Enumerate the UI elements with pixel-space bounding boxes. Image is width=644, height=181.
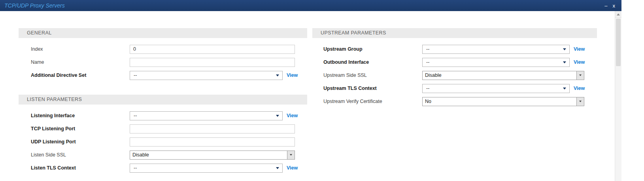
additional-directive-set-view-link[interactable]: View: [287, 72, 298, 78]
dropdown-value: --: [423, 59, 429, 65]
chevron-down-icon: [276, 115, 279, 117]
upstream-group-row: Upstream Group -- View: [312, 44, 597, 54]
index-row: Index: [19, 44, 307, 54]
chevron-down-icon: [576, 97, 584, 106]
chevron-down-icon: [576, 71, 584, 80]
outbound-interface-dropdown[interactable]: --: [422, 58, 570, 67]
additional-directive-set-row: Additional Directive Set -- View: [19, 70, 307, 80]
udp-listening-port-input[interactable]: [130, 137, 295, 147]
chevron-down-icon: [287, 151, 295, 159]
scroll-up-button[interactable]: [615, 11, 621, 18]
outbound-interface-view-link[interactable]: View: [574, 59, 585, 65]
upstream-verify-certificate-select[interactable]: No: [422, 97, 584, 106]
upstream-tls-context-view-link[interactable]: View: [574, 86, 585, 91]
select-value: Disable: [130, 151, 287, 159]
listen-tls-context-label: Listen TLS Context: [19, 165, 130, 171]
udp-listening-port-label: UDP Listening Port: [19, 139, 130, 145]
listen-side-ssl-row: Listen Side SSL Disable: [19, 150, 307, 160]
chevron-down-icon: [563, 61, 566, 63]
listen-parameters-section: LISTEN PARAMETERS Listening Interface --…: [19, 95, 307, 173]
listen-side-ssl-select[interactable]: Disable: [130, 151, 295, 160]
tcp-listening-port-row: TCP Listening Port: [19, 124, 307, 133]
scrollbar-thumb[interactable]: [616, 19, 621, 66]
chevron-down-icon: [276, 74, 279, 76]
dropdown-value: --: [130, 72, 137, 78]
listening-interface-dropdown[interactable]: --: [130, 111, 283, 120]
additional-directive-set-dropdown[interactable]: --: [130, 71, 283, 80]
tcp-listening-port-input[interactable]: [130, 124, 295, 133]
dropdown-value: --: [130, 165, 137, 171]
upstream-tls-context-dropdown[interactable]: --: [422, 84, 570, 93]
listening-interface-view-link[interactable]: View: [287, 113, 298, 118]
upstream-parameters-section: UPSTREAM PARAMETERS Upstream Group -- Vi…: [312, 28, 597, 106]
upstream-side-ssl-label: Upstream Side SSL: [312, 72, 422, 78]
listen-tls-context-row: Listen TLS Context -- View: [19, 163, 307, 173]
dropdown-value: --: [130, 113, 137, 118]
upstream-group-view-link[interactable]: View: [574, 46, 585, 52]
tcp-listening-port-label: TCP Listening Port: [19, 126, 130, 131]
dialog-window: TCP/UDP Proxy Servers – x GENERAL Index …: [0, 0, 621, 181]
minimize-button[interactable]: –: [604, 3, 607, 8]
upstream-tls-context-label: Upstream TLS Context: [312, 86, 422, 91]
dropdown-value: --: [423, 86, 429, 91]
name-label: Name: [19, 59, 130, 65]
outbound-interface-label: Outbound Interface: [312, 59, 422, 65]
general-section: GENERAL Index Name Additional Directive …: [19, 28, 307, 80]
chevron-up-icon: [617, 13, 620, 15]
listening-interface-row: Listening Interface -- View: [19, 111, 307, 120]
close-button[interactable]: x: [613, 3, 616, 8]
chevron-down-icon: [276, 167, 279, 169]
upstream-parameters-section-header: UPSTREAM PARAMETERS: [312, 28, 597, 38]
upstream-side-ssl-select[interactable]: Disable: [422, 71, 584, 80]
name-row: Name: [19, 57, 307, 67]
chevron-down-icon: [563, 88, 566, 90]
listen-side-ssl-label: Listen Side SSL: [19, 152, 130, 158]
upstream-verify-certificate-row: Upstream Verify Certificate No: [312, 97, 597, 106]
select-value: No: [423, 97, 576, 106]
window-controls: – x: [604, 0, 615, 11]
upstream-group-dropdown[interactable]: --: [422, 45, 570, 54]
general-section-header: GENERAL: [19, 28, 307, 38]
dropdown-value: --: [423, 46, 429, 52]
index-label: Index: [19, 46, 130, 52]
upstream-tls-context-row: Upstream TLS Context -- View: [312, 84, 597, 93]
upstream-side-ssl-row: Upstream Side SSL Disable: [312, 70, 597, 80]
index-input[interactable]: [130, 45, 295, 54]
additional-directive-set-label: Additional Directive Set: [19, 72, 130, 78]
upstream-group-label: Upstream Group: [312, 46, 422, 52]
listening-interface-label: Listening Interface: [19, 113, 130, 118]
listen-tls-context-dropdown[interactable]: --: [130, 164, 283, 173]
scrollbar[interactable]: [615, 11, 621, 181]
outbound-interface-row: Outbound Interface -- View: [312, 57, 597, 67]
select-value: Disable: [423, 71, 576, 80]
name-input[interactable]: [130, 58, 295, 67]
listen-parameters-section-header: LISTEN PARAMETERS: [19, 95, 307, 105]
window-title: TCP/UDP Proxy Servers: [0, 2, 65, 9]
udp-listening-port-row: UDP Listening Port: [19, 137, 307, 147]
listen-tls-context-view-link[interactable]: View: [287, 165, 298, 171]
upstream-verify-certificate-label: Upstream Verify Certificate: [312, 99, 422, 104]
chevron-down-icon: [563, 48, 566, 50]
titlebar: TCP/UDP Proxy Servers – x: [0, 0, 621, 11]
